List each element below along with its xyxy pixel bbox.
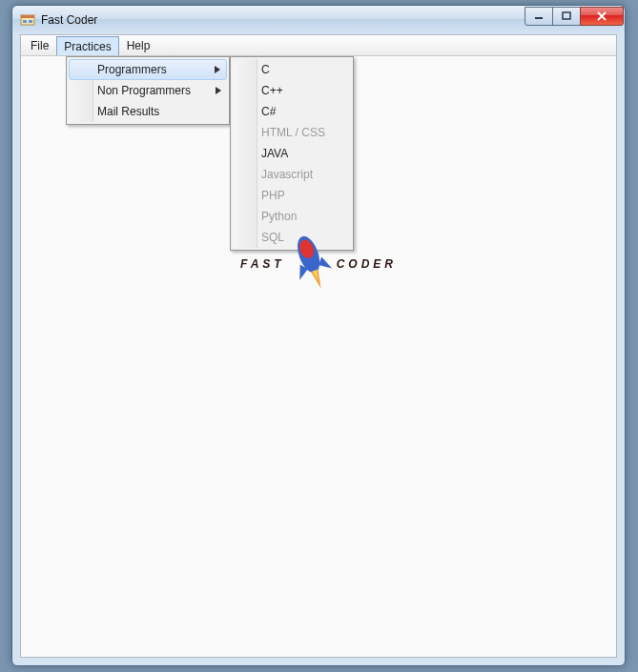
maximize-icon (562, 11, 571, 21)
submenu-arrow-icon (215, 63, 220, 76)
submenu-icon-strip (233, 59, 257, 248)
submenu-label: PHP (261, 189, 285, 202)
submenu-label: HTML / CSS (261, 126, 325, 139)
practices-dropdown: Programmers Non Programmers Mail Results (66, 56, 230, 125)
programmers-submenu: C C++ C# HTML / CSS JAVA Javascript PHP … (230, 56, 354, 251)
logo-left: FAST (240, 257, 285, 271)
minimize-button[interactable] (525, 7, 553, 26)
menu-help[interactable]: Help (119, 36, 158, 55)
submenu-label: Javascript (261, 168, 313, 181)
menuitem-label: Programmers (97, 63, 167, 76)
close-button[interactable] (580, 7, 624, 26)
submenu-label: C (261, 63, 270, 76)
svg-rect-1 (21, 15, 34, 18)
window-controls (525, 7, 624, 26)
logo-right: CODER (337, 257, 397, 271)
submenu-label: Python (261, 210, 297, 223)
menuitem-label: Non Programmers (97, 84, 191, 97)
logo-text: FAST CODER (71, 257, 566, 271)
titlebar[interactable]: Fast Coder (12, 6, 625, 34)
menu-file[interactable]: File (23, 36, 56, 55)
menuitem-non-programmers[interactable]: Non Programmers (69, 80, 227, 101)
window-title: Fast Coder (41, 13, 97, 27)
maximize-button[interactable] (552, 7, 581, 26)
app-window: Fast Coder File Practices Help Programme… (11, 5, 626, 666)
submenu-label: C++ (261, 84, 283, 97)
svg-rect-4 (535, 17, 543, 19)
submenu-label: JAVA (261, 147, 288, 160)
svg-rect-3 (29, 20, 32, 23)
menubar: File Practices Help (21, 35, 616, 56)
svg-rect-5 (563, 12, 570, 19)
svg-rect-2 (23, 20, 27, 23)
menuitem-programmers[interactable]: Programmers (69, 59, 227, 80)
minimize-icon (534, 11, 544, 21)
client-area: File Practices Help Programmers Non Prog… (20, 34, 617, 658)
menuitem-label: Mail Results (97, 105, 159, 118)
close-icon (596, 11, 607, 21)
submenu-arrow-icon (216, 84, 221, 97)
menu-practices[interactable]: Practices (56, 36, 118, 55)
menuitem-mail-results[interactable]: Mail Results (69, 101, 227, 122)
app-icon (20, 12, 35, 28)
logo: FAST CODER (71, 257, 566, 271)
submenu-label: C# (261, 105, 276, 118)
